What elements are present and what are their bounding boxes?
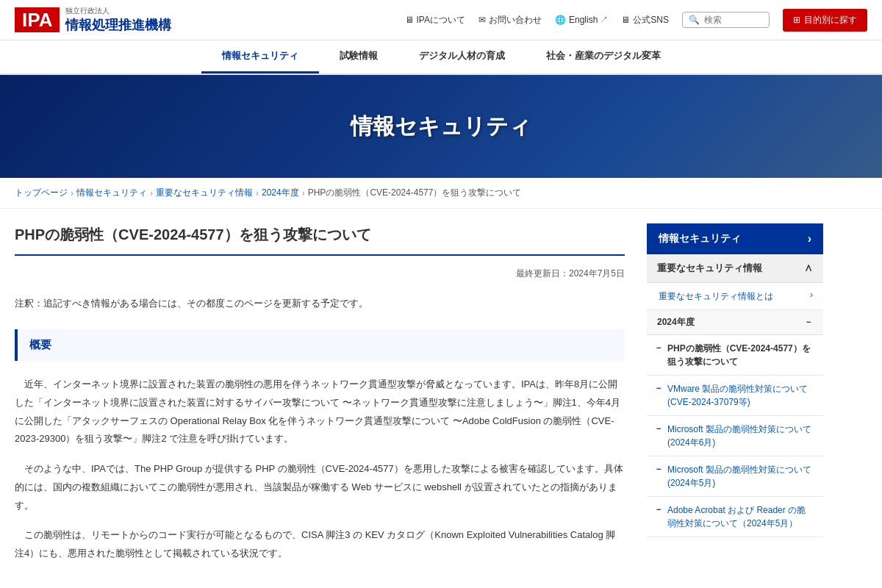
external-link-icon: ↗ xyxy=(600,15,608,25)
search-box[interactable]: 🔍 xyxy=(682,12,770,28)
last-updated-label: 最終更新日： xyxy=(516,268,569,279)
breadcrumb-year[interactable]: 2024年度 xyxy=(262,187,299,199)
sidebar-item-php[interactable]: － PHPの脆弱性（CVE-2024-4577）を狙う攻撃について xyxy=(647,335,823,376)
hero-title: 情報セキュリティ xyxy=(351,112,531,142)
sidebar-link-vmware[interactable]: VMware 製品の脆弱性対策について(CVE-2024-37079等) xyxy=(667,382,813,409)
mail-icon: ✉ xyxy=(478,15,486,25)
sidebar-year-label: 2024年度 xyxy=(657,316,695,329)
search-input[interactable] xyxy=(704,15,763,25)
article-title: PHPの脆弱性（CVE-2024-4577）を狙う攻撃について xyxy=(15,223,625,256)
body-paragraph-2: そのような中、IPAでは、The PHP Group が提供する PHP の脆弱… xyxy=(15,460,625,514)
dash-icon-3: － xyxy=(654,423,663,435)
logo-main-title: 情報処理推進機構 xyxy=(65,16,171,34)
main-layout: PHPの脆弱性（CVE-2024-4577）を狙う攻撃について 最終更新日：20… xyxy=(0,209,882,588)
breadcrumb-sep-3: › xyxy=(256,188,259,198)
about-link[interactable]: 🖥 IPAについて xyxy=(405,14,465,26)
breadcrumb-sep-4: › xyxy=(302,188,305,198)
body-paragraph-3: この脆弱性は、リモートからのコード実行が可能となるもので、CISA 脚注3 の … xyxy=(15,526,625,562)
sidebar-link-ms-june[interactable]: Microsoft 製品の脆弱性対策について(2024年6月) xyxy=(667,423,813,449)
content-area: PHPの脆弱性（CVE-2024-4577）を狙う攻撃について 最終更新日：20… xyxy=(15,209,647,588)
search-icon: 🔍 xyxy=(689,15,700,25)
sidebar-link-adobe[interactable]: Adobe Acrobat および Reader の脆弱性対策について（2024… xyxy=(667,503,813,530)
chevron-right-icon: › xyxy=(808,232,811,245)
sidebar-year-header[interactable]: 2024年度 － xyxy=(647,310,823,335)
sidebar-header-label: 情報セキュリティ xyxy=(659,232,741,245)
sidebar-item-about-security[interactable]: 重要なセキュリティ情報とは › xyxy=(647,283,823,310)
grid-icon: ⊞ xyxy=(793,15,800,25)
sidebar-item-ms-june[interactable]: － Microsoft 製品の脆弱性対策について(2024年6月) xyxy=(647,416,823,456)
last-updated: 最終更新日：2024年7月5日 xyxy=(15,268,625,280)
body-paragraph-1: 近年、インターネット境界に設置された装置の脆弱性の悪用を伴うネットワーク貫通型攻… xyxy=(15,376,625,448)
contact-link[interactable]: ✉ お問い合わせ xyxy=(478,14,542,26)
sidebar-section-label: 重要なセキュリティ情報 xyxy=(657,262,762,275)
hero-banner: 情報セキュリティ xyxy=(0,75,882,178)
sidebar-header[interactable]: 情報セキュリティ › xyxy=(647,223,823,254)
minus-icon: － xyxy=(804,316,813,329)
sidebar-link-ms-may[interactable]: Microsoft 製品の脆弱性対策について(2024年5月) xyxy=(667,463,813,490)
main-nav: 情報セキュリティ 試験情報 デジタル人材の育成 社会・産業のデジタル変革 xyxy=(0,40,882,75)
purpose-button[interactable]: ⊞ 目的別に探す xyxy=(783,9,867,32)
breadcrumb-security[interactable]: 情報セキュリティ xyxy=(76,187,147,199)
ipa-logo-text: IPA xyxy=(15,7,60,32)
sidebar-item-ms-may[interactable]: － Microsoft 製品の脆弱性対策について(2024年5月) xyxy=(647,456,823,497)
dash-icon-4: － xyxy=(654,463,663,476)
breadcrumb-top[interactable]: トップページ xyxy=(15,187,68,199)
dash-icon-2: － xyxy=(654,382,663,395)
sidebar-section-title[interactable]: 重要なセキュリティ情報 ∧ xyxy=(647,254,823,283)
breadcrumb: トップページ › 情報セキュリティ › 重要なセキュリティ情報 › 2024年度… xyxy=(0,178,882,209)
collapse-icon: ∧ xyxy=(804,262,813,275)
article-body: 近年、インターネット境界に設置された装置の脆弱性の悪用を伴うネットワーク貫通型攻… xyxy=(15,376,625,562)
breadcrumb-important[interactable]: 重要なセキュリティ情報 xyxy=(156,187,253,199)
monitor-icon: 🖥 xyxy=(621,15,630,25)
logo-subtitle: 独立行政法人 xyxy=(65,6,171,16)
overview-section-title: 概要 xyxy=(29,338,613,352)
sns-link[interactable]: 🖥 公式SNS xyxy=(621,14,669,26)
note-text: 注釈：追記すべき情報がある場合には、その都度このページを更新する予定です。 xyxy=(15,295,625,312)
printer-icon: 🖥 xyxy=(405,15,414,25)
breadcrumb-sep-1: › xyxy=(71,188,74,198)
logo-text-area: 独立行政法人 情報処理推進機構 xyxy=(65,6,171,34)
overview-section-box: 概要 xyxy=(15,329,625,361)
nav-item-digital-society[interactable]: 社会・産業のデジタル変革 xyxy=(526,40,681,74)
header: IPA 独立行政法人 情報処理推進機構 🖥 IPAについて ✉ お問い合わせ 🌐… xyxy=(0,0,882,40)
breadcrumb-sep-2: › xyxy=(150,188,153,198)
dash-icon-1: － xyxy=(654,342,663,354)
sidebar-item-vmware[interactable]: － VMware 製品の脆弱性対策について(CVE-2024-37079等) xyxy=(647,376,823,416)
sidebar: 情報セキュリティ › 重要なセキュリティ情報 ∧ 重要なセキュリティ情報とは ›… xyxy=(647,209,823,588)
nav-item-exam[interactable]: 試験情報 xyxy=(319,40,398,74)
sidebar-link-php[interactable]: PHPの脆弱性（CVE-2024-4577）を狙う攻撃について xyxy=(667,342,813,368)
breadcrumb-current: PHPの脆弱性（CVE-2024-4577）を狙う攻撃について xyxy=(308,187,522,199)
last-updated-value: 2024年7月5日 xyxy=(569,268,625,279)
nav-item-digital-talent[interactable]: デジタル人材の育成 xyxy=(398,40,526,74)
english-link[interactable]: 🌐 English ↗ xyxy=(555,15,608,25)
dash-icon-5: － xyxy=(654,503,663,516)
chevron-right-small-icon: › xyxy=(810,290,813,300)
sidebar-item-adobe[interactable]: － Adobe Acrobat および Reader の脆弱性対策について（20… xyxy=(647,497,823,537)
sidebar-link-about-security[interactable]: 重要なセキュリティ情報とは xyxy=(659,290,773,303)
header-links: 🖥 IPAについて ✉ お問い合わせ 🌐 English ↗ 🖥 公式SNS 🔍… xyxy=(405,9,868,32)
globe-icon: 🌐 xyxy=(555,15,566,25)
nav-item-security[interactable]: 情報セキュリティ xyxy=(201,40,319,74)
logo-area: IPA 独立行政法人 情報処理推進機構 xyxy=(15,6,171,34)
